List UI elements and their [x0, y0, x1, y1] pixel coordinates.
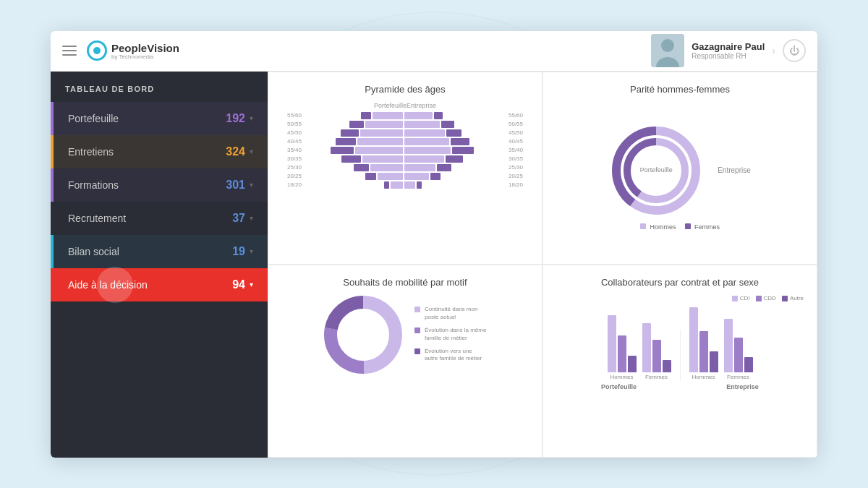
pyramid-age-label: 30/35 [281, 155, 302, 162]
mobilite-container: Continuité dans mon poste actuel Évoluti… [281, 295, 529, 374]
bar-dark-left [384, 181, 389, 189]
bar-cdd [652, 340, 661, 372]
sidebar-item-portefeuille[interactable]: Portefeuille 192 ▾ [51, 102, 268, 135]
bar-dark-right [452, 147, 473, 154]
bar-dark-left [341, 129, 359, 137]
bar-light-left [370, 164, 404, 171]
parite-legend: Hommes Femmes [640, 223, 720, 231]
pyramid-age-label: 35/40 [281, 147, 302, 153]
hommes-dot [640, 223, 646, 229]
pyramid-age-label: 45/50 [281, 129, 302, 136]
bar-dark-left [336, 138, 356, 145]
sidebar: TABLEAU DE BORD Portefeuille 192 ▾ Entre… [51, 72, 268, 458]
collab-bars [724, 319, 753, 372]
collab-section-entreprise: Hommes Femmes [689, 307, 753, 380]
bar-dark-right [434, 112, 443, 119]
main-content: Pyramide des âges Portefeuille Entrepris… [268, 72, 817, 458]
legend-hommes: Hommes [640, 223, 676, 231]
pyramid-row: 55/60 55/60 [281, 112, 529, 119]
bar-dark-right [417, 181, 421, 189]
bar-dark-right [430, 173, 441, 180]
bar-autre [710, 351, 718, 372]
pyramid-age-label-right: 50/55 [509, 121, 529, 127]
collab-group-label: Femmes [727, 374, 749, 380]
pyramid-bars-right [404, 164, 504, 171]
legend-sq-mid [414, 328, 420, 333]
sidebar-item-entretiens[interactable]: Entretiens 324 ▾ [51, 135, 268, 168]
sidebar-item-aide[interactable]: Aide à la décision 94 ▾ [51, 268, 268, 301]
collab-bars [689, 307, 718, 372]
logo-icon [87, 40, 107, 61]
collab-group: Hommes [689, 307, 718, 380]
pyramid-bars-right [404, 121, 504, 128]
pyramid-rows: 55/60 55/60 50/55 50/55 45/50 [281, 112, 529, 189]
donut-wrapper: Portefeuille Entreprise [609, 124, 751, 218]
section-label-entreprise: Entreprise [726, 383, 759, 390]
pyramid-bars-left [303, 164, 403, 171]
pyramid-bars-right [404, 138, 504, 145]
section-label-portefeuille: Portefeuille [601, 383, 637, 390]
header: PeopleVision by Technomedia Gazagnaire P… [51, 31, 817, 72]
legend-item-2: Évolution vers une autre famille de méti… [414, 348, 487, 363]
legend-femmes: Femmes [685, 223, 720, 231]
section-separator [680, 330, 681, 380]
arrow-icon-bilan: ▾ [250, 247, 253, 255]
pyramid-age-label-right: 35/40 [509, 147, 529, 153]
autre-legend-dot [782, 296, 788, 301]
bar-cdd [734, 338, 743, 372]
bar-dark-right [437, 164, 451, 171]
pyramid-age-label-right: 55/60 [509, 112, 529, 119]
bar-autre [663, 360, 671, 372]
mobilite-title: Souhaits de mobilité par motif [343, 277, 467, 288]
panel-collaborateurs: Collaborateurs par contrat et par sexe C… [542, 265, 817, 458]
bar-dark-left [365, 173, 376, 180]
bar-dark-left [349, 121, 364, 128]
sidebar-item-recrutement[interactable]: Recrutement 37 ▾ [51, 202, 268, 235]
pyramid-bars-left [303, 181, 403, 189]
pyramid-age-label-right: 30/35 [509, 155, 529, 162]
bar-dark-right [451, 138, 470, 145]
section-divider: Portefeuille Entreprise [556, 383, 804, 390]
cdd-legend-dot [756, 296, 762, 301]
avatar [651, 34, 684, 67]
hamburger-icon[interactable] [62, 46, 77, 56]
parite-title: Parité hommes-femmes [630, 84, 730, 95]
pyramid-bars-right [404, 112, 504, 119]
legend-sq-dark [414, 348, 420, 354]
pyramid-bars-left [303, 129, 403, 137]
collab-group: Hommes [608, 315, 637, 380]
bar-autre [744, 357, 753, 372]
svg-point-3 [661, 39, 674, 52]
arrow-icon-portefeuille: ▾ [250, 114, 253, 122]
bar-light-right [404, 129, 445, 137]
pyramid-bars-left [303, 121, 403, 128]
pyramid-age-label-right: 25/30 [509, 164, 529, 171]
bar-light-right [404, 138, 449, 145]
sidebar-item-bilan[interactable]: Bilan social 19 ▾ [51, 235, 268, 268]
sidebar-item-formations[interactable]: Formations 301 ▾ [51, 168, 268, 202]
bar-autre [628, 356, 637, 372]
bar-light-left [378, 173, 403, 180]
pyramid-bars-right [404, 181, 504, 189]
app-wrapper: PeopleVision by Technomedia Gazagnaire P… [51, 31, 817, 458]
pyramid-age-label: 55/60 [281, 112, 302, 119]
pyramid-bars-left [303, 147, 403, 154]
bar-light-left [362, 155, 403, 163]
donut-right-label: Entreprise [718, 166, 751, 174]
pyramid-bars-left [303, 112, 403, 119]
pyramid-bars-right [404, 129, 504, 137]
legend-sq-light [414, 307, 420, 312]
bar-light-right [404, 147, 451, 154]
pyramid-age-label-right: 20/25 [509, 173, 529, 179]
pyramid-row: 18/20 18/20 [281, 181, 529, 189]
power-icon[interactable]: ⏻ [783, 39, 806, 62]
bar-cdi [642, 323, 651, 372]
cdi-legend-dot [732, 296, 738, 301]
bar-cdi [724, 319, 733, 372]
app-title: PeopleVision [111, 42, 179, 54]
bar-dark-left [331, 147, 354, 154]
bar-light-left [365, 121, 404, 128]
bar-light-left [373, 112, 403, 119]
chevron-right-icon[interactable]: › [772, 45, 775, 56]
bar-dark-left [341, 155, 361, 163]
